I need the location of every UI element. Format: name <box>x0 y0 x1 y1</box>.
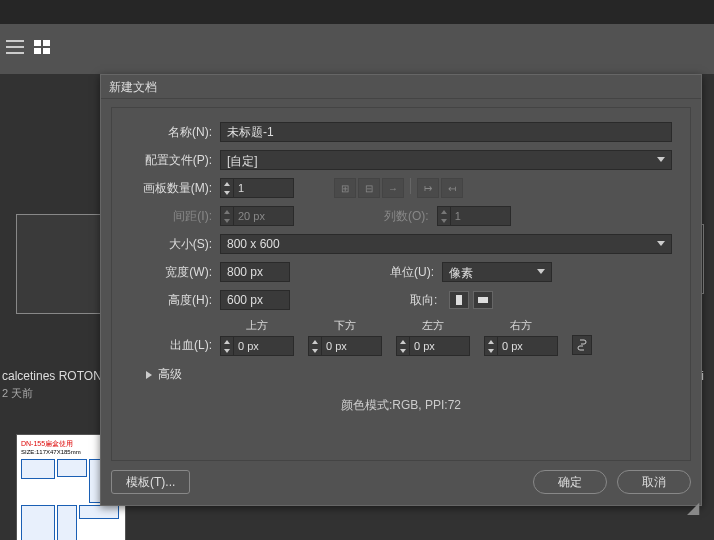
artboard-arrange-group: ⊞ ⊟ → ↦ ↤ <box>334 178 463 198</box>
svg-marker-6 <box>441 210 447 214</box>
svg-marker-15 <box>400 349 406 353</box>
bleed-left-spinner[interactable] <box>396 336 470 356</box>
profile-select[interactable]: [自定] <box>220 150 672 170</box>
bleed-right-spinner[interactable] <box>484 336 558 356</box>
svg-marker-11 <box>224 349 230 353</box>
bleed-bottom-header: 下方 <box>334 318 356 333</box>
chevron-down-icon <box>657 157 665 162</box>
templates-button[interactable]: 模板(T)... <box>111 470 190 494</box>
name-input[interactable] <box>220 122 672 142</box>
bleed-right-header: 右方 <box>510 318 532 333</box>
dialog-footer: 模板(T)... 确定 取消 <box>111 467 691 497</box>
orientation-landscape-button[interactable] <box>473 291 493 309</box>
view-list-icon[interactable] <box>6 40 24 54</box>
units-label: 单位(U): <box>390 264 434 281</box>
orientation-label: 取向: <box>410 292 437 309</box>
recent-file-name: calcetines ROTON <box>2 369 102 383</box>
arrange-rtl-icon[interactable]: ↤ <box>441 178 463 198</box>
svg-marker-10 <box>224 340 230 344</box>
spacing-spinner <box>220 206 294 226</box>
chevron-down-icon <box>537 269 545 274</box>
svg-rect-8 <box>456 295 462 305</box>
arrange-ltr-icon[interactable]: ↦ <box>417 178 439 198</box>
svg-marker-17 <box>488 349 494 353</box>
bleed-top-header: 上方 <box>246 318 268 333</box>
dialog-title: 新建文档 <box>101 75 701 99</box>
orientation-portrait-button[interactable] <box>449 291 469 309</box>
disclosure-triangle-icon <box>146 371 152 379</box>
ok-button[interactable]: 确定 <box>533 470 607 494</box>
width-label: 宽度(W): <box>130 264 212 281</box>
bleed-label: 出血(L): <box>130 337 212 354</box>
artboards-spinner[interactable] <box>220 178 294 198</box>
arrange-grid-row-icon[interactable]: ⊞ <box>334 178 356 198</box>
spacing-label: 间距(I): <box>130 208 212 225</box>
size-select[interactable]: 800 x 600 <box>220 234 672 254</box>
units-select[interactable]: 像素 <box>442 262 552 282</box>
app-menubar <box>0 0 714 24</box>
height-label: 高度(H): <box>130 292 212 309</box>
size-label: 大小(S): <box>130 236 212 253</box>
svg-marker-2 <box>224 182 230 186</box>
recent-file-time: 2 天前 <box>2 386 33 401</box>
link-icon <box>577 339 587 351</box>
svg-marker-14 <box>400 340 406 344</box>
artboards-label: 画板数量(M): <box>130 180 212 197</box>
svg-marker-16 <box>488 340 494 344</box>
advanced-toggle[interactable]: 高级 <box>146 366 672 383</box>
chevron-down-icon <box>657 241 665 246</box>
arrange-row-icon[interactable]: → <box>382 178 404 198</box>
svg-marker-3 <box>224 191 230 195</box>
name-label: 名称(N): <box>130 124 212 141</box>
columns-label: 列数(O): <box>384 208 429 225</box>
app-toolbar <box>0 24 714 74</box>
bleed-left-header: 左方 <box>422 318 444 333</box>
view-grid-icon[interactable] <box>34 40 52 54</box>
bleed-link-button[interactable] <box>572 335 592 355</box>
svg-marker-13 <box>312 349 318 353</box>
height-input[interactable] <box>220 290 290 310</box>
svg-marker-12 <box>312 340 318 344</box>
svg-marker-4 <box>224 210 230 214</box>
svg-marker-7 <box>441 219 447 223</box>
svg-rect-9 <box>478 297 488 303</box>
arrange-grid-col-icon[interactable]: ⊟ <box>358 178 380 198</box>
bleed-bottom-spinner[interactable] <box>308 336 382 356</box>
profile-label: 配置文件(P): <box>130 152 212 169</box>
svg-marker-5 <box>224 219 230 223</box>
cancel-button[interactable]: 取消 <box>617 470 691 494</box>
new-document-dialog: 新建文档 名称(N): 配置文件(P): [自定] 画板数量(M): ⊞ ⊟ → <box>100 74 702 506</box>
dialog-body: 名称(N): 配置文件(P): [自定] 画板数量(M): ⊞ ⊟ → ↦ ↤ <box>111 107 691 461</box>
columns-spinner <box>437 206 511 226</box>
color-mode-text: 颜色模式:RGB, PPI:72 <box>130 397 672 414</box>
width-input[interactable] <box>220 262 290 282</box>
resize-grip-icon[interactable]: ◢ <box>687 498 699 517</box>
bleed-top-spinner[interactable] <box>220 336 294 356</box>
